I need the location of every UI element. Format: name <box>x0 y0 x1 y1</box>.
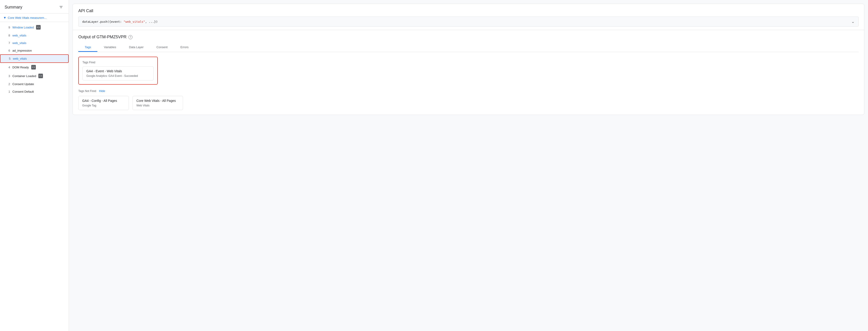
code-string: "web_vitals" <box>124 20 145 23</box>
cwv-section: ▼ Core Web Vitals measurem... <box>0 13 69 22</box>
item-label-6: ad_impression <box>12 49 32 52</box>
svg-rect-2 <box>61 8 62 8</box>
tags-not-fired-label: Tags Not Fired <box>78 90 96 93</box>
svg-rect-0 <box>60 6 63 7</box>
chevron-down-icon: ▼ <box>3 16 6 20</box>
tags-content: Tags Fired GA4 - Event - Web Vitals Goog… <box>78 57 859 110</box>
tab-consent[interactable]: Consent <box>150 43 174 52</box>
tag-icon-9 <box>36 25 41 30</box>
api-call-section: API Call dataLayer.push({event: "web_vit… <box>73 4 864 30</box>
item-num-8: 8 <box>6 34 10 37</box>
item-num-7: 7 <box>6 41 10 45</box>
filter-icon-btn[interactable] <box>58 4 64 10</box>
code-icon <box>37 26 40 29</box>
sidebar-item-5[interactable]: 5 web_vitals <box>0 54 69 63</box>
sidebar-item-7[interactable]: 7 web_vitals <box>0 39 69 47</box>
item-label-7: web_vitals <box>12 41 26 45</box>
code-after: , ...}) <box>145 20 158 23</box>
info-icon[interactable]: ? <box>128 35 132 39</box>
tag-not-fired-card-1[interactable]: Core Web Vitals - All Pages Web Vitals <box>132 96 183 110</box>
api-call-title: API Call <box>78 8 859 13</box>
sidebar-title: Summary <box>5 5 22 10</box>
tags-not-fired-header: Tags Not Fired Hide <box>78 89 859 93</box>
tag-icon-4 <box>31 65 36 69</box>
tag-not-fired-subtitle-1: Web Vitals <box>136 104 179 107</box>
tags-fired-label: Tags Fired <box>83 61 154 64</box>
item-label-8: web_vitals <box>12 34 26 37</box>
tag-not-fired-card-0[interactable]: GA4 - Config - All Pages Google Tag <box>78 96 129 110</box>
tag-not-fired-subtitle-0: Google Tag <box>82 104 125 107</box>
tag-not-fired-title-1: Core Web Vitals - All Pages <box>136 99 179 103</box>
output-title-text: Output of GTM-PMZ5VPR <box>78 35 126 39</box>
item-label-9: Window Loaded <box>12 26 34 29</box>
code-before: dataLayer.push({event: <box>82 20 124 23</box>
hide-link[interactable]: Hide <box>99 89 105 93</box>
sidebar-item-8[interactable]: 8 web_vitals <box>0 32 69 39</box>
sidebar-items: 9 Window Loaded 8 web_vitals 7 web_vital… <box>0 22 69 96</box>
tab-variables[interactable]: Variables <box>97 43 122 52</box>
sidebar: Summary ▼ Core Web Vitals measurem... 9 … <box>0 0 69 331</box>
item-num-6: 6 <box>6 49 10 52</box>
tab-data-layer[interactable]: Data Layer <box>123 43 150 52</box>
svg-rect-1 <box>60 7 62 7</box>
sidebar-item-2[interactable]: 2 Consent Update <box>0 80 69 88</box>
main-content: API Call dataLayer.push({event: "web_vit… <box>69 0 868 331</box>
code-snippet: dataLayer.push({event: "web_vitals", ...… <box>82 20 158 23</box>
output-title: Output of GTM-PMZ5VPR ? <box>78 35 859 39</box>
sidebar-item-9[interactable]: 9 Window Loaded <box>0 23 69 32</box>
item-num-2: 2 <box>6 82 10 86</box>
tag-fired-card-0[interactable]: GA4 - Event - Web Vitals Google Analytic… <box>83 66 154 80</box>
tags-fired-box: Tags Fired GA4 - Event - Web Vitals Goog… <box>78 57 158 85</box>
cwv-label: Core Web Vitals measurem... <box>8 16 46 20</box>
code-icon-3 <box>39 74 42 77</box>
item-num-5: 5 <box>7 57 10 60</box>
sidebar-item-3[interactable]: 3 Container Loaded <box>0 72 69 80</box>
sidebar-header: Summary <box>0 0 69 13</box>
item-num-1: 1 <box>6 90 10 93</box>
item-label-1: Consent Default <box>12 90 34 93</box>
tag-not-fired-title-0: GA4 - Config - All Pages <box>82 99 125 103</box>
tag-icon-3 <box>38 74 43 78</box>
main-panel: API Call dataLayer.push({event: "web_vit… <box>72 4 864 115</box>
tag-fired-title-0: GA4 - Event - Web Vitals <box>86 69 150 73</box>
output-section: Output of GTM-PMZ5VPR ? Tags Variables D… <box>73 30 864 115</box>
cwv-header[interactable]: ▼ Core Web Vitals measurem... <box>0 13 69 22</box>
item-label-2: Consent Update <box>12 82 34 86</box>
sidebar-item-4[interactable]: 4 DOM Ready <box>0 63 69 72</box>
item-label-4: DOM Ready <box>12 66 29 69</box>
tabs-row: Tags Variables Data Layer Consent Errors <box>78 43 859 52</box>
item-num-4: 4 <box>6 66 10 69</box>
item-num-3: 3 <box>6 74 10 78</box>
sidebar-item-6[interactable]: 6 ad_impression <box>0 47 69 54</box>
code-icon-4 <box>32 66 35 69</box>
tags-not-fired-cards: GA4 - Config - All Pages Google Tag Core… <box>78 96 859 110</box>
filter-icon <box>59 5 63 9</box>
expand-icon[interactable]: ⌄ <box>851 19 855 24</box>
tag-fired-subtitle-0: Google Analytics: GA4 Event - Succeeded <box>86 74 150 77</box>
sidebar-item-1[interactable]: 1 Consent Default <box>0 88 69 95</box>
tab-tags[interactable]: Tags <box>78 43 97 52</box>
tab-errors[interactable]: Errors <box>174 43 195 52</box>
code-row: dataLayer.push({event: "web_vitals", ...… <box>78 16 859 27</box>
item-label-3: Container Loaded <box>12 74 36 78</box>
item-label-5: web_vitals <box>13 57 27 60</box>
item-num-9: 9 <box>6 26 10 29</box>
